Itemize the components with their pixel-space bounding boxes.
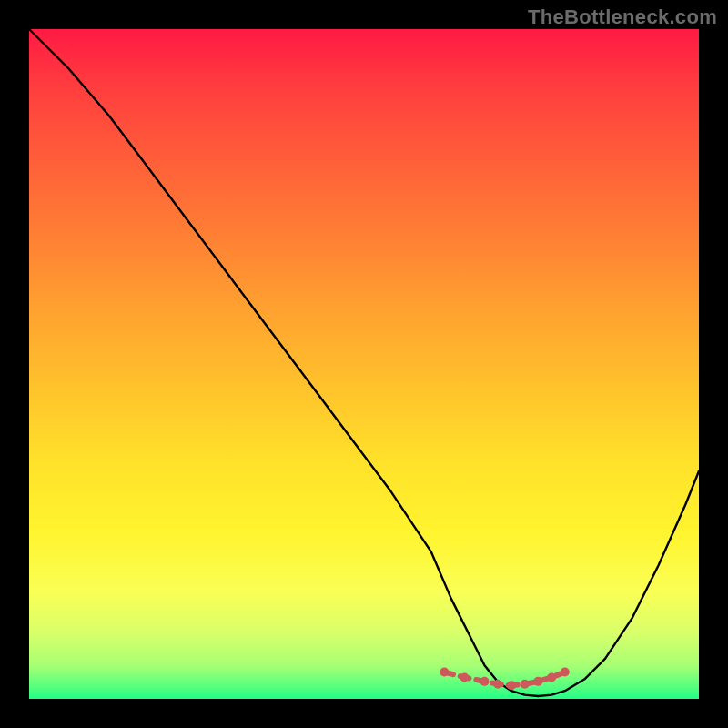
optimal-marker [533,677,542,686]
bottleneck-curve [29,29,699,696]
optimal-marker [507,681,516,690]
plot-area [29,29,699,699]
optimal-marker [493,680,502,689]
chart-frame: TheBottleneck.com [0,0,728,728]
optimal-marker [480,677,489,686]
watermark-text: TheBottleneck.com [528,5,717,29]
curve-svg [29,29,699,699]
optimal-marker [521,680,530,689]
optimal-marker [547,672,556,682]
optimal-marker [561,668,570,677]
optimal-marker [460,672,469,682]
optimal-marker [440,668,449,677]
